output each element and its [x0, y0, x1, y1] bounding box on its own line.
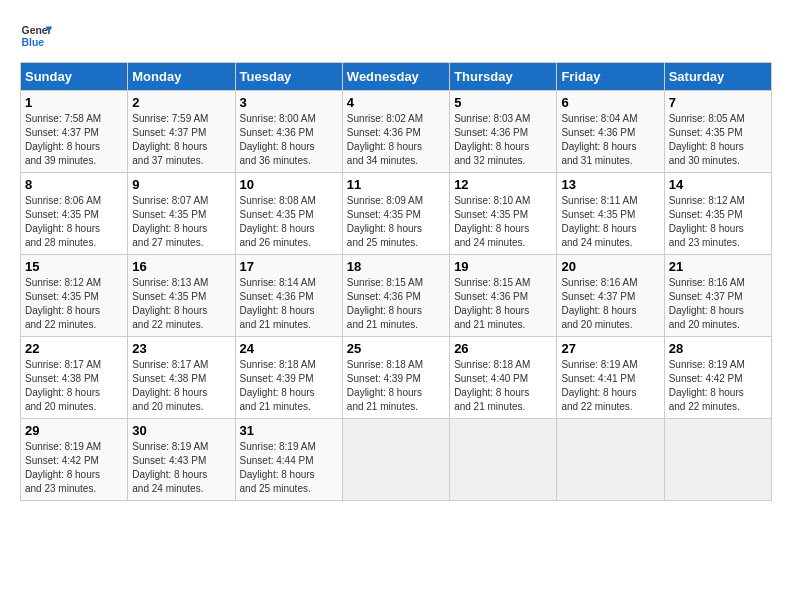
day-info: Sunrise: 8:18 AMSunset: 4:39 PMDaylight:… [240, 358, 338, 414]
logo-icon: General Blue [20, 20, 52, 52]
day-number: 18 [347, 259, 445, 274]
calendar-cell: 25Sunrise: 8:18 AMSunset: 4:39 PMDayligh… [342, 337, 449, 419]
day-info: Sunrise: 7:58 AMSunset: 4:37 PMDaylight:… [25, 112, 123, 168]
day-number: 31 [240, 423, 338, 438]
calendar-cell: 21Sunrise: 8:16 AMSunset: 4:37 PMDayligh… [664, 255, 771, 337]
calendar-cell: 11Sunrise: 8:09 AMSunset: 4:35 PMDayligh… [342, 173, 449, 255]
day-info: Sunrise: 8:18 AMSunset: 4:39 PMDaylight:… [347, 358, 445, 414]
day-header-thursday: Thursday [450, 63, 557, 91]
calendar-cell: 29Sunrise: 8:19 AMSunset: 4:42 PMDayligh… [21, 419, 128, 501]
day-info: Sunrise: 8:13 AMSunset: 4:35 PMDaylight:… [132, 276, 230, 332]
calendar-cell: 6Sunrise: 8:04 AMSunset: 4:36 PMDaylight… [557, 91, 664, 173]
day-number: 22 [25, 341, 123, 356]
day-number: 12 [454, 177, 552, 192]
day-info: Sunrise: 8:04 AMSunset: 4:36 PMDaylight:… [561, 112, 659, 168]
calendar-week-4: 22Sunrise: 8:17 AMSunset: 4:38 PMDayligh… [21, 337, 772, 419]
day-info: Sunrise: 8:19 AMSunset: 4:44 PMDaylight:… [240, 440, 338, 496]
calendar-cell: 5Sunrise: 8:03 AMSunset: 4:36 PMDaylight… [450, 91, 557, 173]
day-number: 1 [25, 95, 123, 110]
calendar-cell [342, 419, 449, 501]
calendar-cell: 9Sunrise: 8:07 AMSunset: 4:35 PMDaylight… [128, 173, 235, 255]
calendar-body: 1Sunrise: 7:58 AMSunset: 4:37 PMDaylight… [21, 91, 772, 501]
day-number: 19 [454, 259, 552, 274]
calendar-cell: 27Sunrise: 8:19 AMSunset: 4:41 PMDayligh… [557, 337, 664, 419]
day-header-friday: Friday [557, 63, 664, 91]
day-info: Sunrise: 8:12 AMSunset: 4:35 PMDaylight:… [669, 194, 767, 250]
day-header-monday: Monday [128, 63, 235, 91]
calendar-week-2: 8Sunrise: 8:06 AMSunset: 4:35 PMDaylight… [21, 173, 772, 255]
day-info: Sunrise: 8:16 AMSunset: 4:37 PMDaylight:… [561, 276, 659, 332]
day-info: Sunrise: 8:16 AMSunset: 4:37 PMDaylight:… [669, 276, 767, 332]
calendar-cell: 10Sunrise: 8:08 AMSunset: 4:35 PMDayligh… [235, 173, 342, 255]
day-header-wednesday: Wednesday [342, 63, 449, 91]
calendar-cell: 24Sunrise: 8:18 AMSunset: 4:39 PMDayligh… [235, 337, 342, 419]
calendar-cell: 28Sunrise: 8:19 AMSunset: 4:42 PMDayligh… [664, 337, 771, 419]
day-number: 7 [669, 95, 767, 110]
day-number: 25 [347, 341, 445, 356]
day-header-sunday: Sunday [21, 63, 128, 91]
day-info: Sunrise: 7:59 AMSunset: 4:37 PMDaylight:… [132, 112, 230, 168]
calendar-cell: 19Sunrise: 8:15 AMSunset: 4:36 PMDayligh… [450, 255, 557, 337]
calendar-cell: 8Sunrise: 8:06 AMSunset: 4:35 PMDaylight… [21, 173, 128, 255]
day-info: Sunrise: 8:11 AMSunset: 4:35 PMDaylight:… [561, 194, 659, 250]
calendar-week-3: 15Sunrise: 8:12 AMSunset: 4:35 PMDayligh… [21, 255, 772, 337]
day-info: Sunrise: 8:10 AMSunset: 4:35 PMDaylight:… [454, 194, 552, 250]
calendar-cell: 26Sunrise: 8:18 AMSunset: 4:40 PMDayligh… [450, 337, 557, 419]
day-info: Sunrise: 8:03 AMSunset: 4:36 PMDaylight:… [454, 112, 552, 168]
calendar-cell: 7Sunrise: 8:05 AMSunset: 4:35 PMDaylight… [664, 91, 771, 173]
calendar-week-1: 1Sunrise: 7:58 AMSunset: 4:37 PMDaylight… [21, 91, 772, 173]
calendar-cell: 13Sunrise: 8:11 AMSunset: 4:35 PMDayligh… [557, 173, 664, 255]
day-number: 27 [561, 341, 659, 356]
calendar-cell: 4Sunrise: 8:02 AMSunset: 4:36 PMDaylight… [342, 91, 449, 173]
calendar-cell: 2Sunrise: 7:59 AMSunset: 4:37 PMDaylight… [128, 91, 235, 173]
day-number: 9 [132, 177, 230, 192]
day-number: 28 [669, 341, 767, 356]
calendar-cell: 18Sunrise: 8:15 AMSunset: 4:36 PMDayligh… [342, 255, 449, 337]
day-number: 8 [25, 177, 123, 192]
day-number: 23 [132, 341, 230, 356]
day-info: Sunrise: 8:18 AMSunset: 4:40 PMDaylight:… [454, 358, 552, 414]
calendar-cell: 3Sunrise: 8:00 AMSunset: 4:36 PMDaylight… [235, 91, 342, 173]
day-info: Sunrise: 8:14 AMSunset: 4:36 PMDaylight:… [240, 276, 338, 332]
day-header-saturday: Saturday [664, 63, 771, 91]
day-number: 21 [669, 259, 767, 274]
logo: General Blue [20, 20, 52, 52]
calendar-cell: 31Sunrise: 8:19 AMSunset: 4:44 PMDayligh… [235, 419, 342, 501]
svg-text:Blue: Blue [22, 37, 45, 48]
day-info: Sunrise: 8:02 AMSunset: 4:36 PMDaylight:… [347, 112, 445, 168]
day-number: 11 [347, 177, 445, 192]
calendar-week-5: 29Sunrise: 8:19 AMSunset: 4:42 PMDayligh… [21, 419, 772, 501]
day-number: 5 [454, 95, 552, 110]
day-number: 30 [132, 423, 230, 438]
day-info: Sunrise: 8:06 AMSunset: 4:35 PMDaylight:… [25, 194, 123, 250]
day-info: Sunrise: 8:09 AMSunset: 4:35 PMDaylight:… [347, 194, 445, 250]
day-info: Sunrise: 8:07 AMSunset: 4:35 PMDaylight:… [132, 194, 230, 250]
day-info: Sunrise: 8:05 AMSunset: 4:35 PMDaylight:… [669, 112, 767, 168]
day-info: Sunrise: 8:19 AMSunset: 4:43 PMDaylight:… [132, 440, 230, 496]
day-number: 13 [561, 177, 659, 192]
day-info: Sunrise: 8:19 AMSunset: 4:42 PMDaylight:… [669, 358, 767, 414]
day-header-tuesday: Tuesday [235, 63, 342, 91]
day-number: 6 [561, 95, 659, 110]
calendar-cell: 23Sunrise: 8:17 AMSunset: 4:38 PMDayligh… [128, 337, 235, 419]
day-info: Sunrise: 8:12 AMSunset: 4:35 PMDaylight:… [25, 276, 123, 332]
calendar-cell: 12Sunrise: 8:10 AMSunset: 4:35 PMDayligh… [450, 173, 557, 255]
day-info: Sunrise: 8:19 AMSunset: 4:42 PMDaylight:… [25, 440, 123, 496]
day-number: 20 [561, 259, 659, 274]
day-number: 3 [240, 95, 338, 110]
calendar-cell: 1Sunrise: 7:58 AMSunset: 4:37 PMDaylight… [21, 91, 128, 173]
header: General Blue [20, 20, 772, 52]
calendar-table: SundayMondayTuesdayWednesdayThursdayFrid… [20, 62, 772, 501]
calendar-cell: 15Sunrise: 8:12 AMSunset: 4:35 PMDayligh… [21, 255, 128, 337]
day-number: 26 [454, 341, 552, 356]
day-info: Sunrise: 8:17 AMSunset: 4:38 PMDaylight:… [132, 358, 230, 414]
day-number: 24 [240, 341, 338, 356]
day-info: Sunrise: 8:15 AMSunset: 4:36 PMDaylight:… [454, 276, 552, 332]
day-number: 2 [132, 95, 230, 110]
day-number: 17 [240, 259, 338, 274]
day-number: 10 [240, 177, 338, 192]
calendar-cell [450, 419, 557, 501]
calendar-cell: 20Sunrise: 8:16 AMSunset: 4:37 PMDayligh… [557, 255, 664, 337]
day-number: 29 [25, 423, 123, 438]
calendar-cell: 22Sunrise: 8:17 AMSunset: 4:38 PMDayligh… [21, 337, 128, 419]
